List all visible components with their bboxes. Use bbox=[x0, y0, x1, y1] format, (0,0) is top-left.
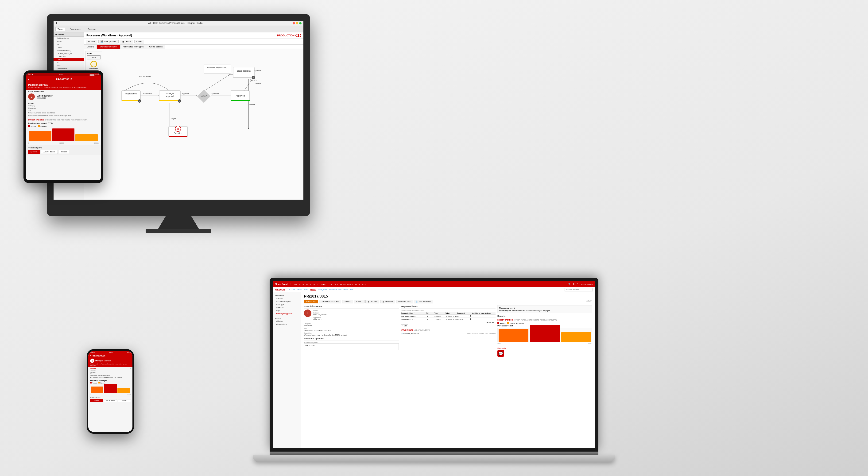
tablet-back-button[interactable]: ‹ bbox=[28, 77, 29, 81]
save-button[interactable]: 💾 Save process bbox=[98, 40, 119, 43]
new-button[interactable]: ✦ New bbox=[86, 40, 97, 43]
sp-tab-all-attachments[interactable]: ALL ATTACHMENTS bbox=[414, 329, 430, 331]
sp-subnav-start[interactable]: START bbox=[289, 289, 295, 291]
sp-applied-field: Applied on 4/11/2017 bbox=[313, 317, 327, 321]
sp-sidebar-form-type[interactable]: Form type bbox=[273, 303, 301, 306]
phone-ask-btn[interactable]: Ask for details bbox=[104, 399, 117, 402]
tab-associated-form-types[interactable]: Associated form types bbox=[120, 44, 146, 49]
sp-nav-webcon[interactable]: WEBCON BPS bbox=[340, 283, 353, 285]
sp-col-value: Value* bbox=[441, 312, 455, 315]
sidebar-item-ins[interactable]: INS bbox=[54, 43, 84, 46]
tablet-tab-budget[interactable]: BUDGET SPENDING bbox=[28, 119, 44, 121]
sp-btn-documents[interactable]: 📄 DOCUMENTS bbox=[414, 300, 433, 304]
sp-nav-bps1[interactable]: BPS1 bbox=[299, 283, 304, 285]
sidebar-item-staff[interactable]: Staff Onboarding bbox=[54, 49, 84, 52]
sp-nav-edp[interactable]: EDP_2016 bbox=[329, 283, 338, 285]
tablet-approve-btn[interactable]: Approve bbox=[28, 150, 40, 154]
sp-comments-section: Comments 💬 bbox=[497, 347, 592, 357]
tab-general[interactable]: General bbox=[84, 44, 97, 49]
tablet-tab-other[interactable]: OTHER PURCHASE REQUESTS bbox=[45, 119, 70, 121]
sp-desc-field: Description We need some new hardware fo… bbox=[304, 332, 399, 336]
sp-sidebar-process[interactable]: Process bbox=[273, 297, 301, 300]
ribbon-tab-tasks[interactable]: Tasks bbox=[55, 27, 65, 31]
svg-text:✕: ✕ bbox=[179, 100, 180, 102]
sp-subnav-poc[interactable]: POC bbox=[350, 289, 354, 291]
sidebar-item-presentation[interactable]: Presentation bbox=[54, 67, 84, 70]
svg-rect-24 bbox=[159, 100, 180, 101]
sp-sidebar-manager-approval[interactable]: ● Manager approval bbox=[273, 312, 301, 315]
sp-subnav-edp[interactable]: EDP_2016 bbox=[318, 289, 327, 291]
sp-report-tab-other[interactable]: OTHER PURCHASE REQUESTS bbox=[514, 319, 539, 321]
phone-expand-icon[interactable]: ▾ bbox=[130, 368, 131, 370]
sp-btn-news-mail[interactable]: ✉ NEWS-MAIL bbox=[396, 300, 413, 304]
sp-nav-bps2[interactable]: BPS2 bbox=[307, 283, 311, 285]
sp-btn-delete[interactable]: 🗑 DELETE bbox=[365, 300, 379, 304]
phone-approve-btn[interactable]: Approve bbox=[90, 399, 103, 402]
tablet-ask-btn[interactable]: Ask for details bbox=[41, 150, 58, 154]
sp-sidebar-instructions[interactable]: ● Instructions bbox=[273, 323, 301, 326]
sp-btn-risk[interactable]: ⚠ RISK bbox=[342, 300, 353, 304]
sp-sidebar-purchase-req[interactable]: Purchase Request bbox=[273, 300, 301, 303]
sp-nav-bps4[interactable]: BPS4 bbox=[355, 283, 360, 285]
sp-subnav-demo[interactable]: DEMO bbox=[310, 288, 316, 291]
tab-workflow-designer[interactable]: Workflow designer bbox=[97, 44, 120, 49]
sp-nav-start[interactable]: Start bbox=[293, 283, 297, 285]
clone-button[interactable]: Clone bbox=[134, 40, 144, 43]
sp-search-input[interactable] bbox=[565, 288, 593, 291]
sp-bar-1 bbox=[499, 329, 528, 342]
sp-subnav-search bbox=[565, 288, 593, 291]
sp-btn-return[interactable]: ↩ RETURN bbox=[304, 300, 318, 304]
sp-report-tab-fixed[interactable]: FIXED ASSETS (ERP) bbox=[540, 319, 557, 321]
sidebar-item-active[interactable]: Active bbox=[54, 40, 84, 43]
sp-chart-y-axis: 10000 20000 bbox=[497, 342, 592, 344]
sp-btn-reprint[interactable]: 🖨 REPRINT bbox=[380, 300, 395, 304]
sp-report-tab-budget[interactable]: BUDGET SPENDING bbox=[497, 319, 514, 321]
sp-btn-cancel[interactable]: ✕ CANCEL EDITING bbox=[319, 300, 341, 304]
svg-text:Rejected: Rejected bbox=[174, 132, 182, 134]
phone-back-icon[interactable]: ‹ bbox=[90, 354, 91, 357]
ds-win-max[interactable] bbox=[299, 22, 302, 24]
sp-sidebar-history[interactable]: ● History bbox=[273, 320, 301, 323]
sp-sidebar-workflow[interactable]: Workflow bbox=[273, 306, 301, 309]
ds-win-min[interactable] bbox=[296, 22, 298, 24]
sp-subnav-bps2[interactable]: BPS2 bbox=[304, 289, 308, 291]
sp-nav-demo[interactable]: DEMO bbox=[320, 283, 326, 285]
sp-tab-attachments[interactable]: ATTACHMENTS bbox=[401, 329, 413, 331]
svg-text:Value?: Value? bbox=[201, 95, 207, 97]
sp-tab-comments[interactable]: Comments bbox=[497, 347, 506, 349]
sp-subnav-bps4[interactable]: BPS4 bbox=[343, 289, 348, 291]
sidebar-item-getting-started[interactable]: Getting started bbox=[54, 37, 84, 40]
sp-photo-label: Photo bbox=[313, 310, 327, 311]
tab-global-actions[interactable]: Global actions bbox=[147, 44, 165, 49]
sp-items-hint: Please choose items to approve: bbox=[401, 310, 496, 311]
sidebar-item-demo[interactable]: Demo bbox=[54, 46, 84, 49]
sidebar-item-poc[interactable]: POC bbox=[54, 64, 84, 67]
sp-btn-edit[interactable]: ✎ EDIT bbox=[354, 300, 365, 304]
sp-subnav-bps1[interactable]: BPS1 bbox=[297, 289, 302, 291]
sp-nav-poc[interactable]: POC bbox=[362, 283, 366, 285]
delete-button[interactable]: 🗑 Delete bbox=[120, 40, 133, 43]
sidebar-item-it[interactable]: IT Process bbox=[54, 55, 84, 58]
sp-sidebar-step[interactable]: Step bbox=[273, 309, 301, 312]
sp-question-icon[interactable]: ? bbox=[577, 283, 578, 285]
tablet-tab-fixed[interactable]: FIXED ASSETS (ERP) bbox=[71, 119, 88, 121]
sp-settings-icon[interactable]: ⚙ bbox=[573, 283, 575, 285]
sidebar-item-office[interactable]: Office bbox=[54, 58, 84, 61]
tablet-title: New server and client machines bbox=[28, 112, 99, 114]
sidebar-item-iot[interactable]: IoT bbox=[54, 61, 84, 64]
sp-nav-bps3[interactable]: BPS3 bbox=[313, 283, 318, 285]
sp-attachment-tabs: ATTACHMENTS ALL ATTACHMENTS bbox=[401, 329, 496, 331]
sidebar-item-draft[interactable]: DRAFT_Demo_v4 bbox=[54, 52, 84, 55]
sp-add-item-btn[interactable]: + Add bbox=[401, 324, 408, 327]
phone: Orange 14:00 100% ‹ PR/2017/0015 ! Manag… bbox=[87, 349, 134, 434]
sp-subnav-webcon[interactable]: WEBCON BPS bbox=[329, 289, 341, 291]
sp-supervisor-opinion[interactable]: high priority bbox=[304, 343, 399, 350]
sp-comment-add-btn[interactable]: 💬 bbox=[497, 350, 504, 357]
ribbon-tab-appearance[interactable]: Appearance bbox=[68, 28, 83, 31]
phone-chart-section: Purchases vs budget Amount Planned 0 100… bbox=[88, 379, 132, 396]
tablet-reject-btn[interactable]: Reject bbox=[59, 150, 69, 154]
ds-win-close[interactable] bbox=[292, 22, 295, 24]
ribbon-tab-designer[interactable]: Designer bbox=[86, 28, 98, 31]
phone-reject-btn[interactable]: Reject bbox=[118, 399, 131, 402]
phone-bar-3 bbox=[117, 388, 130, 393]
